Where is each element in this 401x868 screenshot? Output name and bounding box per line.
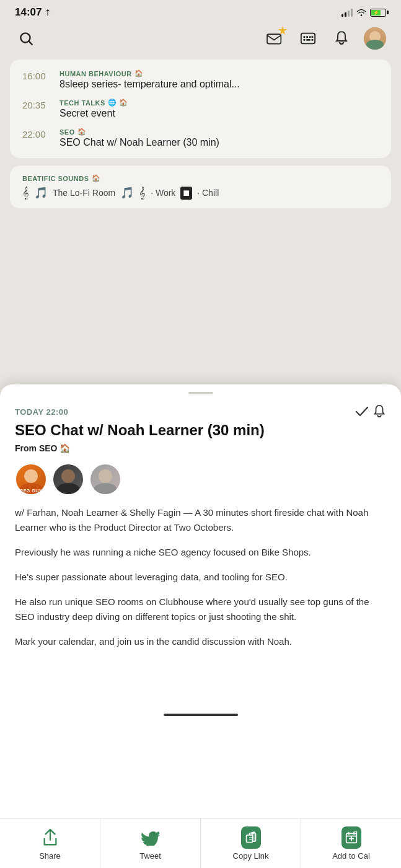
- svg-rect-4: [304, 36, 306, 38]
- svg-rect-6: [309, 36, 311, 38]
- battery-icon: ⚡: [370, 9, 386, 17]
- tweet-button[interactable]: Tweet: [100, 819, 201, 868]
- schedule-item-1[interactable]: 16:00 HUMAN BEHAVIOUR 🏠 8sleep series- t…: [22, 69, 379, 90]
- add-to-cal-label: Add to Cal: [332, 851, 370, 861]
- schedule-content-2: TECH TALKS 🌐 🏠 Secret event: [59, 99, 379, 119]
- svg-rect-9: [312, 36, 314, 38]
- speaker-noah-avatar[interactable]: [52, 463, 84, 495]
- time-1600: 16:00: [22, 69, 59, 81]
- category-seo: SEO 🏠: [59, 128, 379, 136]
- svg-rect-10: [312, 39, 314, 41]
- signal-icon: [342, 8, 353, 17]
- svg-rect-8: [306, 39, 311, 41]
- event-date-time: TODAY 22:00: [15, 407, 68, 417]
- speaker-farhan-avatar[interactable]: REG GUY: [15, 463, 47, 495]
- search-button[interactable]: [15, 27, 37, 50]
- event-description: w/ Farhan, Noah Learner & Shelly Fagin —…: [15, 505, 386, 649]
- event-source: From SEO 🏠: [15, 443, 386, 453]
- schedule-content-3: SEO 🏠 SEO Chat w/ Noah Learner (30 min): [59, 128, 379, 148]
- bottom-action-bar: Share Tweet: [0, 818, 401, 868]
- event-header-actions: [355, 404, 386, 419]
- keyboard-button[interactable]: [297, 27, 319, 50]
- description-para-4: He also run unique SEO rooms on Clubhous…: [15, 595, 386, 624]
- home-icon-1: 🏠: [134, 69, 144, 78]
- category-human-behaviour: HUMAN BEHAVIOUR 🏠: [59, 69, 379, 78]
- description-para-2: Previously he was running a niche SEO ag…: [15, 545, 386, 560]
- twitter-icon-container: [141, 828, 161, 848]
- status-bar: 14:07 ⚡: [0, 0, 401, 22]
- beatific-title: BEATIFIC SOUNDS 🏠: [22, 174, 379, 182]
- share-button[interactable]: Share: [0, 819, 100, 868]
- add-to-cal-icon-container: [342, 828, 361, 848]
- location-icon: [44, 9, 51, 16]
- schedule-item-3[interactable]: 22:00 SEO 🏠 SEO Chat w/ Noah Learner (30…: [22, 128, 379, 148]
- time-2035: 20:35: [22, 99, 59, 110]
- svg-rect-13: [246, 835, 252, 843]
- title-1: 8sleep series- temperature and optimal..…: [59, 79, 379, 90]
- ai-mail-button[interactable]: [263, 27, 286, 50]
- share-label: Share: [39, 851, 61, 861]
- status-time: 14:07: [15, 6, 51, 19]
- speaker-shelly-avatar[interactable]: [89, 463, 121, 495]
- share-icon: [42, 828, 59, 847]
- svg-rect-3: [301, 33, 315, 44]
- description-para-1: w/ Farhan, Noah Learner & Shelly Fagin —…: [15, 505, 386, 535]
- speakers-list: REG GUY: [15, 463, 386, 495]
- home-icon-3: 🏠: [77, 128, 87, 136]
- schedule-card: 16:00 HUMAN BEHAVIOUR 🏠 8sleep series- t…: [10, 60, 391, 158]
- nav-bar: [0, 22, 401, 57]
- event-time-header: TODAY 22:00: [15, 404, 386, 419]
- globe-icon-2: 🌐: [108, 99, 117, 107]
- copy-link-button[interactable]: Copy Link: [201, 819, 301, 868]
- sheet-handle: [188, 392, 213, 394]
- home-icon-2: 🏠: [119, 99, 128, 107]
- bell-outline-icon[interactable]: [372, 404, 386, 419]
- copy-link-icon-container: [241, 828, 261, 848]
- twitter-icon: [141, 830, 160, 846]
- search-icon: [18, 30, 34, 46]
- notifications-button[interactable]: [330, 27, 353, 50]
- copy-link-icon: [241, 826, 261, 849]
- share-icon-container: [40, 828, 60, 848]
- tweet-label: Tweet: [139, 851, 161, 861]
- description-para-3: He's super passionate about leveraging d…: [15, 570, 386, 585]
- star-icon: [278, 26, 287, 35]
- home-indicator: [164, 714, 238, 716]
- bell-icon: [334, 30, 349, 46]
- profile-button[interactable]: [364, 27, 386, 50]
- beatific-scroll: 𝄞 🎵 The Lo-Fi Room 🎵 𝄞 · Work ■ · Chill: [22, 186, 379, 208]
- copy-link-label: Copy Link: [233, 851, 269, 861]
- status-icons: ⚡: [342, 8, 386, 17]
- description-para-5: Mark your calendar, and join us in the c…: [15, 634, 386, 649]
- event-bottom-sheet: TODAY 22:00 SEO Chat w/ Noah Learner (30…: [0, 384, 401, 868]
- schedule-content-1: HUMAN BEHAVIOUR 🏠 8sleep series- tempera…: [59, 69, 379, 90]
- schedule-item-2[interactable]: 20:35 TECH TALKS 🌐 🏠 Secret event: [22, 99, 379, 119]
- time-display: 14:07: [15, 6, 42, 19]
- checkmark-icon[interactable]: [355, 406, 369, 417]
- add-to-cal-button[interactable]: Add to Cal: [301, 819, 401, 868]
- wifi-icon: [356, 9, 366, 16]
- svg-rect-5: [306, 36, 308, 38]
- beatific-sounds-card[interactable]: BEATIFIC SOUNDS 🏠 𝄞 🎵 The Lo-Fi Room 🎵 𝄞…: [10, 166, 391, 208]
- keyboard-icon: [300, 31, 316, 46]
- home-icon-event: 🏠: [59, 443, 70, 453]
- svg-marker-2: [278, 26, 287, 35]
- svg-marker-14: [253, 831, 255, 833]
- title-3: SEO Chat w/ Noah Learner (30 min): [59, 137, 379, 148]
- event-title: SEO Chat w/ Noah Learner (30 min): [15, 422, 386, 440]
- title-2: Secret event: [59, 108, 379, 119]
- svg-rect-1: [267, 34, 281, 43]
- nav-icons-right: [263, 27, 386, 50]
- home-icon-beatific: 🏠: [92, 174, 101, 182]
- time-2200: 22:00: [22, 128, 59, 140]
- add-to-cal-icon: [342, 826, 361, 849]
- svg-rect-7: [304, 39, 306, 41]
- category-tech-talks: TECH TALKS 🌐 🏠: [59, 99, 379, 107]
